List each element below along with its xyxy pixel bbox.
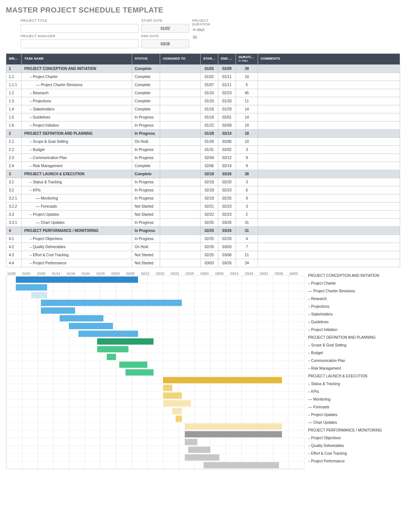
cell-d: 3 <box>236 202 258 210</box>
cell-d: 31 <box>236 226 258 235</box>
gantt-bar[interactable] <box>185 439 197 445</box>
axis-tick: 03/14 <box>230 272 245 275</box>
gantt-bar[interactable] <box>107 354 116 360</box>
table-row[interactable]: 1.3– ProjectionsComplete01/1001/2011 <box>6 97 400 105</box>
gantt-label: –– Forecasts <box>308 403 400 411</box>
cell-s: Not Started <box>132 251 160 259</box>
gantt-label: –– Monitoring <box>308 395 400 403</box>
table-row[interactable]: 3.2.1–– MonitoringIn Progress02/1802/269 <box>6 194 400 202</box>
table-row[interactable]: 4.4– Project PerformanceNot Started03/03… <box>6 259 400 267</box>
table-row[interactable]: 3.1– Status & TrackingIn Progress02/1802… <box>6 178 400 186</box>
gantt-bar[interactable] <box>163 377 282 383</box>
cell-sd: 03/03 <box>201 259 218 267</box>
table-row[interactable]: 2PROJECT DEFINITION AND PLANNINGIn Progr… <box>6 129 400 137</box>
cell-n: –– Forecasts <box>22 202 132 210</box>
cell-c <box>258 218 400 226</box>
table-row[interactable]: 4.1– Project ObjectivesIn Progress02/250… <box>6 235 400 243</box>
table-row[interactable]: 4.3– Effort & Cost TrackingNot Started02… <box>6 251 400 259</box>
table-row[interactable]: 1.2– ResearchComplete01/1002/2345 <box>6 89 400 97</box>
gantt-bar[interactable] <box>185 423 282 430</box>
gantt-bar[interactable] <box>16 284 47 290</box>
table-row[interactable]: 3.2.2–– ForecastsNot Started02/2102/233 <box>6 202 400 210</box>
cell-sd: 01/02 <box>201 64 218 73</box>
gantt-bar[interactable] <box>163 392 182 399</box>
gantt-bar[interactable] <box>119 362 148 368</box>
cell-c <box>258 89 400 97</box>
gantt-bar[interactable] <box>16 276 138 283</box>
gantt-bar[interactable] <box>78 331 138 337</box>
duration-label-1: PROJECT <box>192 19 210 22</box>
table-row[interactable]: 2.3– Communication PlanIn Progress02/040… <box>6 154 400 162</box>
cell-n: – Quality Deliverables <box>22 243 132 251</box>
table-row[interactable]: 3.3.1–– Chart UpdatesIn Progress02/2503/… <box>6 218 400 226</box>
cell-a <box>160 210 201 218</box>
cell-ed: 02/23 <box>218 89 236 97</box>
cell-sd: 02/22 <box>201 210 218 218</box>
cell-d: 18 <box>236 129 258 137</box>
gantt-label: – Stakeholders <box>308 310 400 318</box>
table-row[interactable]: 3PROJECT LAUNCH & EXECUTIONComplete02/18… <box>6 170 400 178</box>
gantt-label: PROJECT CONCEPTION AND INITIATION <box>308 272 400 279</box>
axis-tick: 03/19 <box>245 272 260 275</box>
gantt-bar[interactable] <box>126 369 154 376</box>
cell-n: PROJECT CONCEPTION AND INITIATION <box>22 64 132 73</box>
gantt-bar[interactable] <box>172 408 182 414</box>
cell-ed: 02/14 <box>218 162 236 170</box>
project-title-input[interactable] <box>21 24 138 33</box>
gantt-bar[interactable] <box>188 447 210 453</box>
gantt-label: – Project Performance <box>308 457 400 465</box>
duration-unit: in days <box>192 28 210 32</box>
table-row[interactable]: 2.4– Risk ManagementComplete02/0602/149 <box>6 162 400 170</box>
cell-n: – Project Charter <box>22 73 132 81</box>
cell-sd: 01/16 <box>201 105 218 113</box>
start-date-input[interactable] <box>141 24 189 33</box>
gantt-bar[interactable] <box>97 346 128 352</box>
gantt-bar[interactable] <box>185 454 219 461</box>
gantt-bar[interactable] <box>163 385 173 391</box>
cell-c <box>258 137 400 145</box>
cell-s: In Progress <box>132 129 160 137</box>
axis-tick: 01/04 <box>22 272 37 275</box>
gantt-bar[interactable] <box>176 416 182 422</box>
gantt-bar[interactable] <box>41 300 182 306</box>
cell-d: 9 <box>236 162 258 170</box>
gantt-bar[interactable] <box>97 338 153 345</box>
cell-s: Complete <box>132 73 160 81</box>
cell-c <box>258 129 400 137</box>
table-row[interactable]: 3.3– Project UpdatesNot Started02/2202/2… <box>6 210 400 218</box>
cell-a <box>160 162 201 170</box>
gantt-bar[interactable] <box>31 292 47 298</box>
table-row[interactable]: 1.6– Project InitiationIn Progress01/220… <box>6 121 400 129</box>
gantt-bar[interactable] <box>204 462 279 468</box>
table-row[interactable]: 2.2– BudgetIn Progress01/3102/023 <box>6 145 400 154</box>
project-manager-input[interactable] <box>21 39 138 48</box>
gantt-row <box>6 384 304 392</box>
cell-d: 14 <box>236 113 258 121</box>
table-row[interactable]: 1.4– StakeholdersComplete01/1601/2914 <box>6 105 400 113</box>
gantt-row <box>6 461 304 469</box>
cell-ed: 02/14 <box>218 129 236 137</box>
end-date-input[interactable] <box>141 39 189 48</box>
table-row[interactable]: 2.1– Scope & Goal SettingOn Hold01/2802/… <box>6 137 400 145</box>
cell-sd: 02/21 <box>201 202 218 210</box>
table-row[interactable]: 3.2– KPIsIn Progress02/1802/236 <box>6 186 400 194</box>
gantt-bar[interactable] <box>163 400 191 406</box>
gantt-bar[interactable] <box>60 315 103 321</box>
table-row[interactable]: 1PROJECT CONCEPTION AND INITIATIONComple… <box>6 64 400 73</box>
cell-c <box>258 170 400 178</box>
cell-sd: 02/26 <box>201 243 218 251</box>
table-row[interactable]: 1.5– GuidelinesIn Progress01/1902/0114 <box>6 113 400 121</box>
gantt-bar[interactable] <box>185 431 282 437</box>
table-row[interactable]: 1.1.1–– Project Charter RevisionsComplet… <box>6 81 400 89</box>
cell-a <box>160 89 201 97</box>
gantt-bar[interactable] <box>69 323 113 329</box>
table-row[interactable]: 4PROJECT PERFORMANCE / MONITORINGIn Prog… <box>6 226 400 235</box>
table-row[interactable]: 1.1– Project CharterComplete01/0201/1110 <box>6 73 400 81</box>
cell-a <box>160 226 201 235</box>
gantt-bar[interactable] <box>41 307 75 314</box>
table-row[interactable]: 4.2– Quality DeliverablesOn Hold02/2603/… <box>6 243 400 251</box>
cell-c <box>258 235 400 243</box>
cell-ed: 02/23 <box>218 210 236 218</box>
cell-c <box>258 105 400 113</box>
cell-w: 2 <box>6 129 22 137</box>
